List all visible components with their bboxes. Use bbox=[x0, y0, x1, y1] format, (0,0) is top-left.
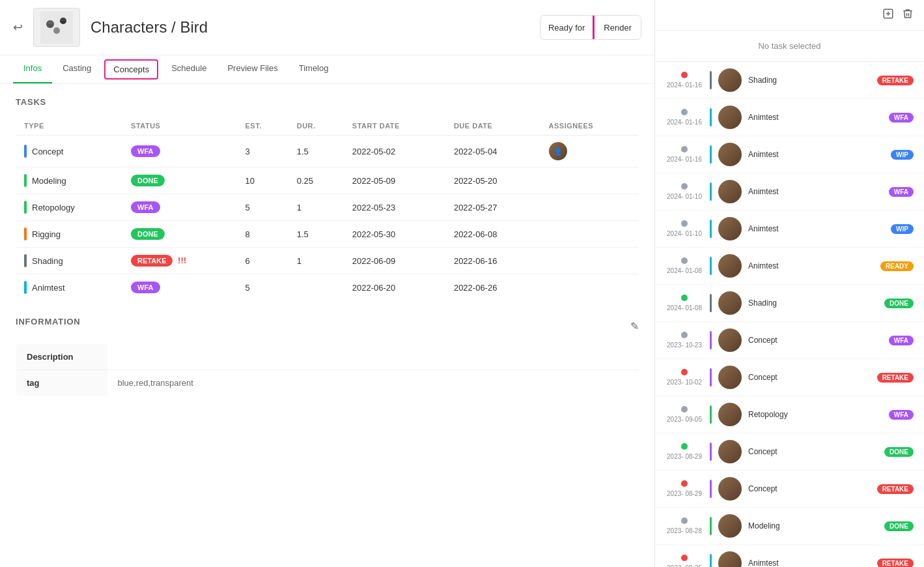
type-bar-color bbox=[24, 227, 27, 240]
timeline-item[interactable]: 2024- 01-16 Shading RETAKE bbox=[655, 62, 924, 99]
timeline-avatar bbox=[718, 68, 742, 92]
timeline-type-bar bbox=[710, 182, 712, 201]
table-row[interactable]: Retopology WFA 5 1 2022-05-23 2022-05-27 bbox=[16, 194, 639, 221]
timeline-item[interactable]: 2024- 01-16 Animtest WIP bbox=[655, 136, 924, 173]
type-cell: Modeling bbox=[24, 174, 115, 187]
tasks-table: TYPE STATUS EST. DUR. START DATE DUE DAT… bbox=[16, 116, 639, 301]
tab-timelog[interactable]: Timelog bbox=[288, 55, 339, 83]
timeline-item[interactable]: 2023- 08-29 Concept DONE bbox=[655, 433, 924, 471]
timeline-dot bbox=[681, 109, 688, 115]
right-panel-toolbar bbox=[655, 0, 924, 31]
start-date: 2022-05-09 bbox=[344, 167, 446, 194]
timeline-dot bbox=[681, 517, 688, 524]
ready-for-button[interactable]: Ready for Render bbox=[540, 15, 641, 40]
timeline-date: 2023- 10-02 bbox=[667, 378, 702, 386]
timeline-type-bar bbox=[710, 71, 712, 89]
col-dur: DUR. bbox=[289, 117, 344, 136]
timeline-badge: WFA bbox=[889, 187, 914, 197]
timeline-task-name: Concept bbox=[748, 447, 878, 456]
timeline-type-bar bbox=[710, 517, 712, 535]
timeline-item[interactable]: 2024- 01-16 Animtest WFA bbox=[655, 99, 924, 136]
table-row[interactable]: Animtest WFA 5 2022-06-20 2022-06-26 bbox=[16, 274, 639, 301]
timeline-date-col: 2024- 01-08 bbox=[665, 295, 703, 312]
edit-button[interactable]: ✎ bbox=[630, 320, 639, 332]
timeline-item[interactable]: 2023- 10-23 Concept WFA bbox=[655, 322, 924, 359]
timeline-type-bar bbox=[710, 554, 712, 567]
col-assignees: ASSIGNEES bbox=[541, 117, 639, 136]
due-date: 2022-05-27 bbox=[446, 194, 541, 221]
delete-task-icon[interactable] bbox=[902, 8, 914, 22]
table-row[interactable]: Modeling DONE 10 0.25 2022-05-09 2022-05… bbox=[16, 167, 639, 194]
information-header: INFORMATION ✎ bbox=[16, 317, 639, 336]
avatar: 👤 bbox=[549, 142, 567, 160]
timeline-avatar bbox=[718, 254, 742, 278]
tab-preview-files[interactable]: Preview Files bbox=[217, 55, 288, 83]
timeline-date-col: 2024- 01-16 bbox=[665, 146, 703, 164]
tab-casting[interactable]: Casting bbox=[52, 55, 102, 83]
timeline-badge: WFA bbox=[889, 113, 914, 123]
tab-concepts[interactable]: Concepts bbox=[104, 59, 158, 80]
info-label: Description bbox=[16, 344, 107, 370]
timeline-item[interactable]: 2023- 08-28 Modeling DONE bbox=[655, 508, 924, 545]
timeline-date: 2024- 01-16 bbox=[667, 81, 702, 89]
timeline-badge: RETAKE bbox=[877, 559, 914, 568]
timeline-avatar bbox=[718, 366, 742, 389]
right-panel: No task selected 2024- 01-16 Shading RET… bbox=[654, 0, 924, 567]
timeline-date-col: 2023- 10-02 bbox=[665, 369, 703, 386]
edit-task-icon[interactable] bbox=[882, 8, 894, 22]
col-start: START DATE bbox=[344, 117, 446, 136]
information-section-title: INFORMATION bbox=[16, 317, 81, 327]
timeline-date-col: 2023- 08-29 bbox=[665, 480, 703, 498]
exclaim-icon: !!! bbox=[178, 255, 186, 265]
timeline-avatar bbox=[718, 291, 742, 315]
timeline-date-col: 2024- 01-10 bbox=[665, 220, 703, 238]
timeline-type-bar bbox=[710, 294, 712, 312]
timeline-item[interactable]: 2023- 09-05 Retopology WFA bbox=[655, 396, 924, 433]
timeline-avatar bbox=[718, 440, 742, 463]
type-bar-color bbox=[24, 254, 27, 267]
timeline-dot bbox=[681, 480, 688, 487]
dur-value: 0.25 bbox=[289, 167, 344, 194]
tab-infos[interactable]: Infos bbox=[13, 55, 52, 83]
table-row[interactable]: Rigging DONE 8 1.5 2022-05-30 2022-06-08 bbox=[16, 221, 639, 248]
tab-schedule[interactable]: Schedule bbox=[161, 55, 217, 83]
assignees bbox=[541, 274, 639, 301]
timeline-item[interactable]: 2023- 10-02 Concept RETAKE bbox=[655, 359, 924, 396]
col-due: DUE DATE bbox=[446, 117, 541, 136]
no-task-label: No task selected bbox=[655, 31, 924, 62]
dur-value bbox=[289, 274, 344, 301]
timeline-date-col: 2023- 08-28 bbox=[665, 517, 703, 535]
back-button[interactable]: ↩ bbox=[13, 20, 23, 35]
timeline-date: 2024- 01-16 bbox=[667, 155, 702, 164]
timeline-item[interactable]: 2024- 01-10 Animtest WFA bbox=[655, 173, 924, 211]
timeline-dot bbox=[681, 555, 688, 561]
timeline-task-name: Shading bbox=[748, 298, 878, 308]
timeline-date: 2024- 01-08 bbox=[667, 304, 702, 312]
timeline-item[interactable]: 2023- 08-25 Animtest RETAKE bbox=[655, 545, 924, 567]
task-type-label: Retopology bbox=[32, 203, 75, 212]
timeline-item[interactable]: 2024- 01-08 Shading DONE bbox=[655, 285, 924, 322]
timeline-dot bbox=[681, 332, 688, 338]
timeline-date-col: 2023- 09-05 bbox=[665, 406, 703, 424]
timeline-type-bar bbox=[710, 220, 712, 238]
timeline-date: 2023- 08-29 bbox=[667, 452, 702, 461]
type-cell: Rigging bbox=[24, 227, 115, 240]
start-date: 2022-05-02 bbox=[344, 136, 446, 167]
est-value: 10 bbox=[238, 167, 289, 194]
type-cell: Shading bbox=[24, 254, 115, 267]
timeline-item[interactable]: 2023- 08-29 Concept RETAKE bbox=[655, 471, 924, 508]
timeline-task-name: Concept bbox=[748, 336, 882, 345]
timeline-date-col: 2024- 01-10 bbox=[665, 183, 703, 201]
timeline-item[interactable]: 2024- 01-10 Animtest WIP bbox=[655, 211, 924, 248]
timeline-avatar bbox=[718, 403, 742, 426]
timeline-task-name: Concept bbox=[748, 484, 871, 493]
timeline-date: 2023- 08-29 bbox=[667, 489, 702, 498]
timeline-type-bar bbox=[710, 443, 712, 461]
timeline-badge: WIP bbox=[891, 224, 914, 234]
info-row: Description bbox=[16, 344, 639, 370]
table-row[interactable]: Concept WFA 3 1.5 2022-05-02 2022-05-04 … bbox=[16, 136, 639, 167]
timeline-dot bbox=[681, 257, 688, 264]
timeline-item[interactable]: 2024- 01-08 Animtest READY bbox=[655, 248, 924, 285]
timeline-task-name: Animtest bbox=[748, 150, 884, 159]
table-row[interactable]: Shading RETAKE !!! 6 1 2022-06-09 2022-0… bbox=[16, 248, 639, 274]
